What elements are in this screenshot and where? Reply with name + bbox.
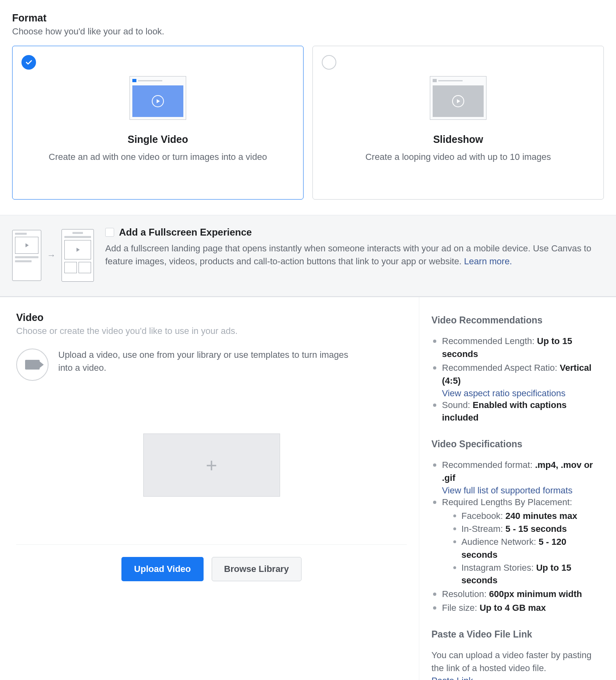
video-title: Video bbox=[16, 312, 407, 323]
plus-icon: + bbox=[206, 454, 217, 476]
video-camera-icon bbox=[16, 348, 49, 381]
supported-formats-link[interactable]: View full list of supported formats bbox=[431, 485, 600, 496]
check-icon bbox=[21, 55, 36, 70]
specifications-heading: Video Specifications bbox=[431, 439, 600, 450]
list-item: File size: Up to 4 GB max bbox=[431, 601, 600, 614]
card-title: Single Video bbox=[22, 134, 293, 145]
button-row: Upload Video Browse Library bbox=[16, 557, 407, 581]
list-item: Instagram Stories: Up to 15 seconds bbox=[452, 561, 600, 587]
list-item: Recommended Length: Up to 15 seconds bbox=[431, 335, 600, 361]
format-card-single-video[interactable]: Single Video Create an ad with one video… bbox=[12, 46, 304, 200]
list-item: In-Stream: 5 - 15 seconds bbox=[452, 523, 600, 536]
list-item: Recommended Aspect Ratio: Vertical (4:5) bbox=[431, 361, 600, 387]
format-subtitle: Choose how you'd like your ad to look. bbox=[12, 26, 604, 37]
paste-link[interactable]: Paste Link bbox=[431, 676, 473, 680]
list-item: Recommended format: .mp4, .mov or .gif bbox=[431, 459, 600, 484]
video-placeholder[interactable]: + bbox=[143, 434, 280, 497]
single-video-illustration bbox=[130, 76, 186, 121]
format-section: Format Choose how you'd like your ad to … bbox=[0, 0, 616, 200]
slideshow-illustration bbox=[430, 76, 486, 121]
video-subtitle: Choose or create the video you'd like to… bbox=[16, 326, 407, 336]
video-specs-panel: Video Recommendations Recommended Length… bbox=[419, 297, 616, 680]
phone-before-icon bbox=[12, 230, 41, 281]
recommendations-list-2: Sound: Enabled with captions included bbox=[431, 399, 600, 425]
aspect-ratio-link[interactable]: View aspect ratio specifications bbox=[431, 388, 600, 399]
arrow-right-icon: → bbox=[47, 250, 56, 261]
list-item: Audience Network: 5 - 120 seconds bbox=[452, 536, 600, 561]
specifications-list-2: Required Lengths By Placement: Facebook:… bbox=[431, 496, 600, 614]
placements-list: Facebook: 240 minutes max In-Stream: 5 -… bbox=[442, 510, 600, 587]
radio-unchecked-icon bbox=[322, 55, 336, 70]
format-title: Format bbox=[12, 12, 604, 24]
card-title: Slideshow bbox=[323, 134, 594, 145]
list-item: Sound: Enabled with captions included bbox=[431, 399, 600, 425]
fullscreen-checkbox[interactable] bbox=[105, 228, 114, 237]
paste-heading: Paste a Video File Link bbox=[431, 629, 600, 640]
upload-hint: Upload a video, use one from your librar… bbox=[58, 348, 350, 374]
fullscreen-checkbox-label: Add a Fullscreen Experience bbox=[119, 227, 252, 238]
fullscreen-illustration: → bbox=[12, 229, 94, 282]
fullscreen-experience-bar: → Add a Fullscreen Experience Add a full… bbox=[0, 215, 616, 297]
specifications-list: Recommended format: .mp4, .mov or .gif bbox=[431, 459, 600, 484]
recommendations-heading: Video Recommendations bbox=[431, 315, 600, 326]
list-item: Required Lengths By Placement: Facebook:… bbox=[431, 496, 600, 587]
format-cards: Single Video Create an ad with one video… bbox=[12, 46, 604, 200]
video-section: Video Choose or create the video you'd l… bbox=[0, 297, 616, 680]
paste-body: You can upload a video faster by pasting… bbox=[431, 649, 600, 675]
video-left-panel: Video Choose or create the video you'd l… bbox=[0, 297, 419, 680]
card-desc: Create a looping video ad with up to 10 … bbox=[323, 151, 594, 163]
list-item: Facebook: 240 minutes max bbox=[452, 510, 600, 523]
upload-video-button[interactable]: Upload Video bbox=[121, 557, 203, 581]
fullscreen-description: Add a fullscreen landing page that opens… bbox=[105, 242, 604, 268]
list-item: Resolution: 600px minimum width bbox=[431, 588, 600, 601]
phone-after-icon bbox=[62, 229, 94, 282]
card-desc: Create an ad with one video or turn imag… bbox=[22, 151, 293, 163]
fullscreen-body: Add a Fullscreen Experience Add a fullsc… bbox=[105, 227, 604, 268]
format-card-slideshow[interactable]: Slideshow Create a looping video ad with… bbox=[312, 46, 604, 200]
browse-library-button[interactable]: Browse Library bbox=[212, 557, 302, 581]
learn-more-link[interactable]: Learn more. bbox=[464, 256, 512, 266]
recommendations-list: Recommended Length: Up to 15 seconds Rec… bbox=[431, 335, 600, 387]
divider bbox=[16, 544, 407, 545]
